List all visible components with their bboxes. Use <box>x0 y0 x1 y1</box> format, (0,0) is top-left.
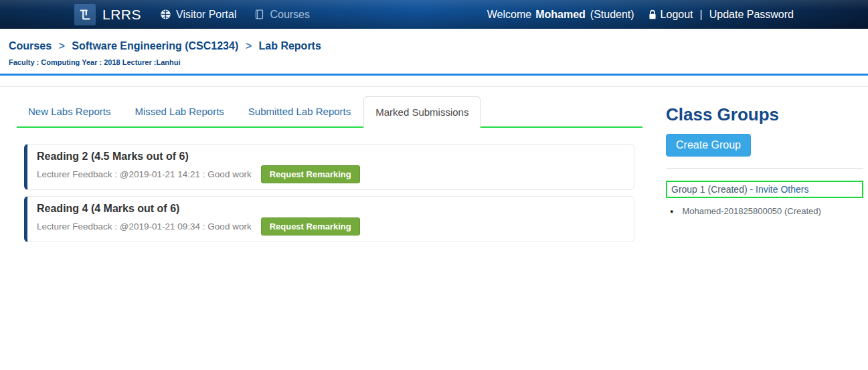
class-groups-title: Class Groups <box>666 104 863 125</box>
content-row: New Labs Reports Missed Lab Reports Subm… <box>0 87 868 248</box>
book-icon <box>254 9 265 20</box>
nav-item-label: Visitor Portal <box>176 9 236 21</box>
report-row: Lecturer Feedback : @2019-01-21 09:34 : … <box>37 217 624 236</box>
invite-others-link[interactable]: Invite Others <box>756 184 808 195</box>
tab-missed-lab-reports[interactable]: Missed Lab Reports <box>123 96 235 126</box>
user-role: (Student) <box>590 9 634 21</box>
breadcrumb-separator: > <box>246 40 252 52</box>
group-box: Group 1 (Created) - Invite Others <box>666 181 863 198</box>
group-member-list: ● Mohamed-201825800050 (Created) <box>666 206 863 216</box>
breadcrumb-courses[interactable]: Courses <box>9 40 52 52</box>
sidebar-divider <box>666 168 863 169</box>
class-groups-sidebar: Class Groups Create Group Group 1 (Creat… <box>666 96 863 216</box>
nav-separator: | <box>700 9 703 21</box>
request-remarking-button[interactable]: Request Remarking <box>261 217 360 236</box>
brand-text: LRRS <box>102 7 141 23</box>
logout-link[interactable]: Logout <box>648 9 693 21</box>
create-group-button[interactable]: Create Group <box>666 134 751 157</box>
bullet-icon: ● <box>670 208 673 215</box>
welcome-text: Welcome <box>487 9 531 21</box>
globe-icon <box>160 9 171 20</box>
group-member-name: Mohamed-201825800050 (Created) <box>682 206 820 216</box>
brand[interactable]: LRRS <box>74 4 141 25</box>
tab-bar: New Labs Reports Missed Lab Reports Subm… <box>17 96 642 128</box>
report-card: Reading 2 (4.5 Marks out of 6) Lecturer … <box>24 144 634 190</box>
report-title: Reading 2 (4.5 Marks out of 6) <box>37 150 624 163</box>
breadcrumb: Courses > Software Engineering (CSC1234)… <box>9 40 868 52</box>
marked-submissions-list: Reading 2 (4.5 Marks out of 6) Lecturer … <box>17 144 642 242</box>
lrrs-logo-icon <box>74 4 96 25</box>
update-password-link[interactable]: Update Password <box>709 9 794 21</box>
report-title: Reading 4 (4 Marks out of 6) <box>37 202 624 215</box>
nav-item-visitor-portal[interactable]: Visitor Portal <box>160 9 236 21</box>
main-column: New Labs Reports Missed Lab Reports Subm… <box>17 96 642 248</box>
tab-marked-submissions[interactable]: Marked Submissions <box>363 96 481 128</box>
username: Mohamed <box>535 9 586 21</box>
lecturer-feedback: Lecturer Feedback : @2019-01-21 09:34 : … <box>37 221 252 232</box>
request-remarking-button[interactable]: Request Remarking <box>261 165 360 183</box>
tab-submitted-lab-reports[interactable]: Submitted Lab Reports <box>237 96 362 126</box>
breadcrumb-separator: > <box>58 40 64 52</box>
logout-label: Logout <box>661 9 693 21</box>
page-header: Courses > Software Engineering (CSC1234)… <box>0 29 868 76</box>
breadcrumb-lab-reports[interactable]: Lab Reports <box>258 40 321 52</box>
header-subdivider <box>0 76 868 87</box>
course-meta: Faculty : Computing Year : 2018 Lecturer… <box>9 58 868 66</box>
group-member: ● Mohamed-201825800050 (Created) <box>666 206 863 216</box>
lecturer-feedback: Lecturer Feedback : @2019-01-21 14:21 : … <box>37 169 252 179</box>
tab-new-labs-reports[interactable]: New Labs Reports <box>17 96 122 126</box>
nav-item-courses[interactable]: Courses <box>254 9 310 21</box>
report-card: Reading 4 (4 Marks out of 6) Lecturer Fe… <box>24 196 634 242</box>
group-name: Group 1 (Created) - <box>671 184 756 195</box>
nav-user-area: Welcome Mohamed (Student) Logout | Updat… <box>487 9 794 21</box>
nav-item-label: Courses <box>270 9 310 21</box>
top-navbar: LRRS Visitor Portal C <box>0 0 868 29</box>
navbar-inner: LRRS Visitor Portal C <box>74 0 794 29</box>
lock-icon <box>648 9 657 20</box>
report-row: Lecturer Feedback : @2019-01-21 14:21 : … <box>37 165 624 183</box>
nav-links: Visitor Portal Courses <box>160 9 310 21</box>
breadcrumb-course-name[interactable]: Software Engineering (CSC1234) <box>72 40 238 52</box>
